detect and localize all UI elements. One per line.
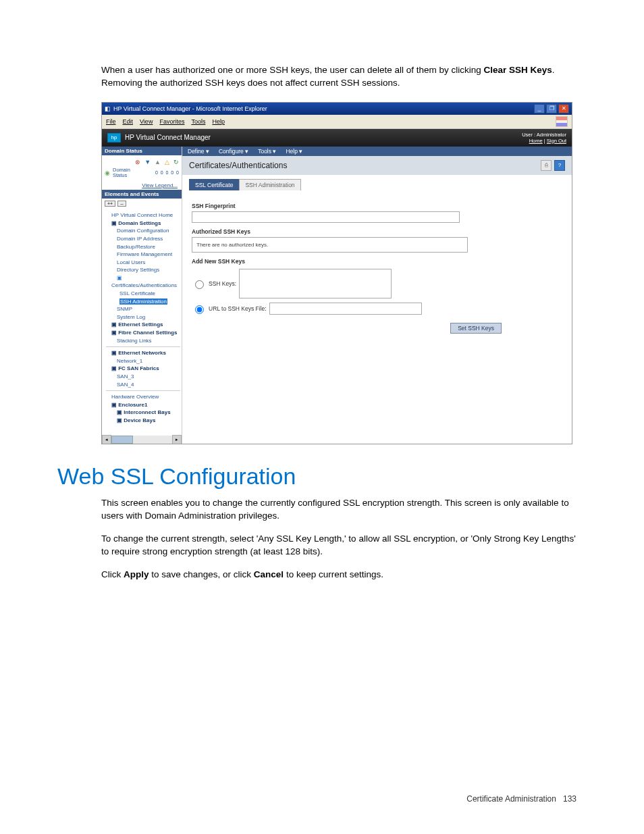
window-title: HP Virtual Connect Manager - Microsoft I… [113, 105, 267, 112]
label-authorized-keys: Authorized SSH Keys [192, 228, 562, 235]
minimize-button[interactable]: _ [534, 104, 545, 113]
authorized-keys-box: There are no authorized keys. [192, 237, 468, 253]
page-title: Certificates/Authentications [189, 161, 287, 170]
status-panel: ⊗ ▼ ▲ △ ↻ ◉ Domain Status 0 0 0 0 0 [102, 155, 182, 182]
nav-domain-settings[interactable]: ▣ Domain Settings [106, 219, 180, 228]
windows-flag-icon [556, 116, 568, 127]
domain-status-head: Domain Status [102, 147, 182, 155]
nav-hw-overview[interactable]: Hardware Overview [106, 393, 180, 401]
nav-eth-settings[interactable]: ▣ Ethernet Settings [106, 321, 180, 329]
app-screenshot: ◧ HP Virtual Connect Manager - Microsoft… [101, 102, 572, 444]
intro-paragraph: When a user has authorized one or more S… [101, 63, 576, 90]
sidebar: Domain Status ⊗ ▼ ▲ △ ↻ ◉ Domain Status [102, 147, 182, 444]
menu-help[interactable]: Help [212, 118, 225, 125]
nav-device-bays[interactable]: ▣ Device Bays [106, 417, 180, 425]
maximize-button[interactable]: ❐ [546, 104, 557, 113]
radio-url-keys[interactable] [195, 305, 204, 314]
alert-filter-icon: ▼ [144, 159, 151, 165]
collapse-all-button[interactable]: -- [117, 201, 126, 207]
status-led-icon: ◉ [105, 170, 110, 176]
tab-ssh-administration[interactable]: SSH Administration [239, 179, 300, 190]
scroll-thumb[interactable] [111, 436, 133, 444]
view-legend-link[interactable]: View Legend... [102, 181, 182, 190]
alert-info-icon: ▲ [155, 159, 161, 165]
print-icon[interactable]: ⎙ [541, 160, 552, 171]
nav-directory[interactable]: Directory Settings [106, 266, 180, 274]
nav-hp-home[interactable]: HP Virtual Connect Home [106, 211, 180, 219]
sidebar-hscrollbar[interactable]: ◂ ▸ [102, 436, 182, 444]
para-1: This screen enables you to change the cu… [101, 496, 576, 523]
label-ssh-keys-radio: SSH Keys: [209, 280, 236, 287]
nav-interconnect[interactable]: ▣ Interconnect Bays [106, 409, 180, 417]
menu-view[interactable]: View [140, 118, 153, 125]
set-ssh-keys-button[interactable]: Set SSH Keys [450, 323, 502, 334]
radio-ssh-keys[interactable] [195, 280, 204, 289]
scroll-right-icon[interactable]: ▸ [172, 435, 182, 444]
nav-domain-config[interactable]: Domain Configuration [106, 227, 180, 235]
nav-local-users[interactable]: Local Users [106, 259, 180, 267]
nav-ssl-cert[interactable]: SSL Certificate [106, 290, 180, 298]
hp-logo-icon: hp [107, 133, 121, 142]
menu-tools-app[interactable]: Tools ▾ [258, 148, 276, 155]
tab-ssl-certificate[interactable]: SSL Certificate [189, 179, 239, 190]
nav-network1[interactable]: Network_1 [106, 357, 180, 365]
menu-configure[interactable]: Configure ▾ [219, 148, 248, 155]
home-link[interactable]: Home [529, 138, 543, 144]
page-footer: Certificate Administration 133 [466, 794, 576, 804]
label-add-new: Add New SSH Keys [192, 258, 562, 265]
menu-edit[interactable]: Edit [123, 118, 134, 125]
url-keys-input[interactable] [269, 303, 422, 315]
user-label: User : Administrator [522, 132, 566, 138]
nav-tree: HP Virtual Connect Home ▣ Domain Setting… [102, 209, 182, 436]
app-header: hp HP Virtual Connect Manager User : Adm… [102, 129, 572, 147]
nav-domain-ip[interactable]: Domain IP Address [106, 235, 180, 243]
nav-backup[interactable]: Backup/Restore [106, 243, 180, 251]
expand-all-button[interactable]: ++ [105, 201, 115, 207]
menu-file[interactable]: File [106, 118, 116, 125]
nav-syslog[interactable]: System Log [106, 313, 180, 321]
nav-stacking[interactable]: Stacking Links [106, 337, 180, 345]
ssh-keys-textarea[interactable] [239, 269, 392, 298]
nav-fc-settings[interactable]: ▣ Fibre Channel Settings [106, 329, 180, 337]
close-button[interactable]: ✕ [558, 104, 569, 113]
elements-head: Elements and Events [102, 190, 182, 199]
scroll-left-icon[interactable]: ◂ [102, 435, 111, 444]
menu-favorites[interactable]: Favorites [159, 118, 184, 125]
alert-warn-icon: △ [165, 159, 169, 165]
nav-san3[interactable]: SAN_3 [106, 373, 180, 381]
nav-enclosure[interactable]: ▣ Enclosure1 [106, 401, 180, 409]
nav-san4[interactable]: SAN_4 [106, 381, 180, 389]
top-menu: Define ▾ Configure ▾ Tools ▾ Help ▾ [182, 147, 572, 156]
app-brand: HP Virtual Connect Manager [125, 134, 211, 141]
section-heading: Web SSL Configuration [57, 463, 576, 490]
alert-refresh-icon: ↻ [173, 159, 179, 165]
para-3: Click Apply to save changes, or click Ca… [101, 568, 576, 581]
label-url-radio: URL to SSH Keys File: [209, 305, 267, 312]
ie-menubar: File Edit View Favorites Tools Help [102, 115, 572, 129]
para-2: To change the current strength, select '… [101, 532, 576, 558]
signout-link[interactable]: Sign Out [547, 138, 566, 144]
alert-error-icon: ⊗ [135, 159, 140, 165]
ie-icon: ◧ [105, 105, 111, 112]
label-ssh-fingerprint: SSH Fingerprint [192, 203, 562, 209]
menu-help-app[interactable]: Help ▾ [286, 148, 302, 155]
window-titlebar: ◧ HP Virtual Connect Manager - Microsoft… [102, 103, 572, 115]
help-icon[interactable]: ? [554, 160, 565, 171]
nav-snmp[interactable]: SNMP [106, 305, 180, 313]
nav-ssh-admin[interactable]: SSH Administration [119, 298, 167, 305]
menu-define[interactable]: Define ▾ [188, 148, 209, 155]
ssh-fingerprint-field [192, 211, 460, 223]
nav-cert-auth[interactable]: Certificates/Authentications [106, 282, 180, 290]
nav-icon-placeholder: ▣ [106, 274, 180, 282]
menu-tools[interactable]: Tools [191, 118, 205, 125]
nav-firmware[interactable]: Firmware Management [106, 251, 180, 259]
nav-fcsan[interactable]: ▣ FC SAN Fabrics [106, 365, 180, 373]
nav-eth-networks[interactable]: ▣ Ethernet Networks [106, 349, 180, 357]
